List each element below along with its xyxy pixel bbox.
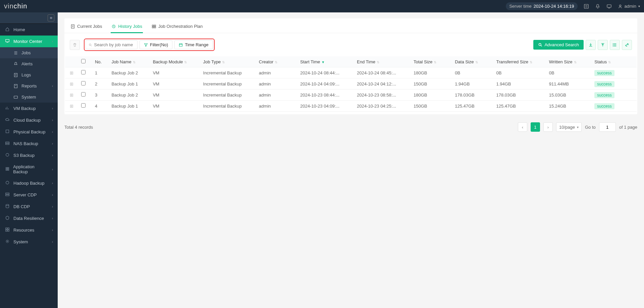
page-size-select[interactable]: 10/page ▾	[556, 122, 582, 132]
report-icon	[13, 84, 18, 88]
header-total-size[interactable]: Total Size⇅	[410, 56, 451, 67]
chevron-icon: ›	[52, 240, 53, 244]
columns-button[interactable]	[610, 40, 620, 50]
page-input[interactable]	[599, 122, 616, 132]
advanced-search-button[interactable]: Advanced Search	[533, 40, 584, 50]
tab-current-jobs[interactable]: Current Jobs	[70, 22, 103, 33]
goto-label: Go to	[585, 125, 596, 130]
resources-icon	[5, 227, 10, 233]
sidebar-item-server-cdp[interactable]: Server CDP›	[0, 189, 58, 201]
collapse-icon	[600, 43, 605, 47]
cell-job-name: Backup Job 1	[108, 101, 149, 112]
header-backup-module[interactable]: Backup Module⇅	[150, 56, 200, 67]
tab-history-jobs[interactable]: History Jobs	[111, 22, 143, 33]
user-menu[interactable]: admin ▾	[618, 4, 640, 9]
sidebar-item-s3-backup[interactable]: S3 Backup›	[0, 149, 58, 161]
svg-rect-39	[154, 25, 156, 26]
sidebar-item-application-backup[interactable]: Application Backup›	[0, 161, 58, 177]
header-data-size[interactable]: Data Size⇅	[451, 56, 493, 67]
sidebar-item-label: Home	[13, 27, 25, 32]
svg-rect-23	[6, 169, 7, 170]
expand-button[interactable]: ⊞	[65, 67, 78, 78]
sidebar-item-hadoop-backup[interactable]: Hadoop Backup›	[0, 177, 58, 189]
header-creator[interactable]: Creator⇅	[256, 56, 297, 67]
svg-rect-31	[6, 230, 7, 231]
next-page-button[interactable]: ›	[543, 122, 553, 132]
sidebar-item-cloud-backup[interactable]: Cloud Backup›	[0, 114, 58, 126]
cell-status: success	[591, 67, 637, 78]
sort-icon: ⇅	[574, 60, 577, 64]
cell-job-type: Incremental Backup	[200, 101, 256, 112]
header-status[interactable]: Status⇅	[591, 56, 637, 67]
cell-total-size: 150GB	[410, 101, 451, 112]
header-end-time[interactable]: End Time⇅	[354, 56, 410, 67]
expand-button[interactable]: ⊞	[65, 78, 78, 89]
row-checkbox[interactable]	[81, 103, 86, 108]
sidebar-item-label: Logs	[21, 72, 31, 77]
sidebar-item-label: System	[21, 95, 36, 100]
sidebar-item-alerts[interactable]: Alerts	[0, 58, 58, 69]
sidebar-toggle[interactable]: ≡	[0, 12, 58, 24]
sidebar-item-logs[interactable]: Logs	[0, 69, 58, 80]
row-checkbox[interactable]	[81, 70, 86, 74]
sidebar-item-data-resilience[interactable]: Data Resilience›	[0, 212, 58, 224]
select-all-checkbox[interactable]	[81, 59, 86, 63]
chevron-icon: ›	[52, 142, 53, 145]
page-1-button[interactable]: 1	[531, 122, 540, 132]
expand-button[interactable]: ⊞	[65, 89, 78, 101]
sidebar-item-nas-backup[interactable]: NAS Backup›	[0, 138, 58, 149]
status-badge: success	[594, 81, 614, 87]
cell-start-time: 2024-10-24 04:09:...	[297, 78, 354, 89]
hadoop-icon	[5, 180, 10, 186]
sidebar-item-label: Physical Backup	[13, 129, 45, 134]
header-transferred-size[interactable]: Transferred Size⇅	[493, 56, 545, 67]
svg-line-43	[91, 45, 92, 46]
cell-job-type: Incremental Backup	[200, 67, 256, 78]
cell-backup-module: VM	[150, 67, 200, 78]
cell-creator: admin	[256, 67, 297, 78]
header-written-size[interactable]: Written Size⇅	[546, 56, 591, 67]
sort-icon: ⇅	[184, 60, 187, 64]
sidebar-item-vm-backup[interactable]: VM Backup›	[0, 103, 58, 114]
tab-job-orchestration-plan[interactable]: Job Orchestration Plan	[151, 22, 203, 33]
search-input[interactable]	[94, 42, 135, 47]
header-start-time[interactable]: Start Time▼	[297, 56, 354, 67]
filter-button[interactable]: Filter(No)	[140, 40, 172, 49]
sidebar-item-monitor-center[interactable]: Monitor Center›	[0, 36, 58, 47]
sidebar-item-db-cdp[interactable]: DB CDP›	[0, 201, 58, 212]
header-job-name[interactable]: Job Name⇅	[108, 56, 149, 67]
sidebar-item-system[interactable]: System	[0, 91, 58, 103]
sidebar-item-jobs[interactable]: Jobs	[0, 47, 58, 58]
sidebar-item-reports[interactable]: Reports›	[0, 80, 58, 91]
calendar-icon	[179, 43, 183, 47]
prev-page-button[interactable]: ‹	[518, 122, 527, 132]
sidebar-item-label: NAS Backup	[13, 141, 38, 146]
cell-no: 1	[92, 67, 108, 78]
bell-icon[interactable]	[595, 4, 600, 9]
sidebar: ≡ HomeMonitor Center›JobsAlertsLogsRepor…	[0, 12, 58, 308]
sidebar-item-system[interactable]: System›	[0, 236, 58, 248]
time-range-button[interactable]: Time Range	[174, 40, 213, 49]
cell-data-size: 1.94GB	[451, 78, 493, 89]
sidebar-item-physical-backup[interactable]: Physical Backup›	[0, 126, 58, 138]
download-button[interactable]	[586, 40, 596, 50]
svg-point-55	[613, 46, 613, 46]
filter-icon	[144, 43, 148, 47]
export-button[interactable]	[622, 40, 632, 50]
header-job-type[interactable]: Job Type⇅	[200, 56, 256, 67]
screen-icon[interactable]	[606, 4, 612, 9]
app-icon	[5, 167, 10, 172]
chevron-icon: ›	[52, 228, 53, 232]
status-badge: success	[594, 92, 614, 98]
sidebar-item-resources[interactable]: Resources›	[0, 224, 58, 236]
expand-button[interactable]: ⊞	[65, 101, 78, 112]
list-icon[interactable]	[584, 4, 589, 9]
cell-backup-module: VM	[150, 89, 200, 101]
row-checkbox[interactable]	[81, 92, 86, 97]
delete-button[interactable]	[70, 40, 80, 50]
of-page-text: of 1 page	[619, 125, 637, 130]
collapse-button[interactable]	[598, 40, 608, 50]
row-checkbox[interactable]	[81, 81, 86, 85]
sidebar-item-home[interactable]: Home	[0, 24, 58, 36]
list-icon	[13, 51, 18, 55]
